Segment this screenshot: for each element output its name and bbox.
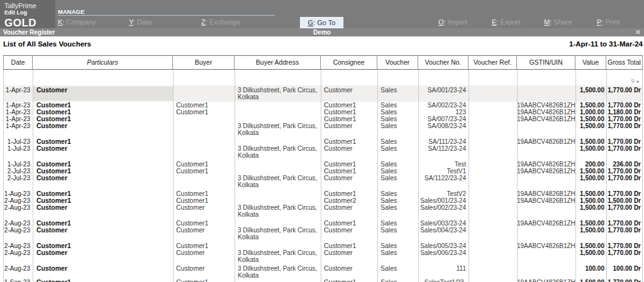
cell-date: 2-Aug-23 [3,220,33,227]
cell-buyer-address: 3 Dilkushstreet, Park Circus, Kolkata [235,175,321,188]
cell-date: 1-Sep-23 [3,279,33,282]
col-header-buyer-address: Buyer Address [235,56,321,69]
cell-date: 1-Apr-23 [3,109,33,116]
cell-buyer [173,87,235,100]
cell-buyer-address [235,109,321,116]
cell-consignee: Customer1 [321,102,377,109]
table-row[interactable]: 1-Aug-23 Customer1 Customer1 Customer1 S… [3,190,643,197]
cell-buyer-address [235,197,321,204]
menu-item-exchange[interactable]: Z: Exchange [201,18,240,26]
table-row[interactable]: 1-Jul-23 Customer1 Customer1 Sales SA/11… [3,138,643,145]
edit-log-label: Edit Log [4,9,55,16]
more-columns-indicator: 9 ► [631,77,640,84]
table-row[interactable]: 1-Apr-23 Customer 3 Dilkushstreet, Park … [3,122,643,136]
col-header-date: Date [3,56,33,69]
table-row[interactable]: 1-Jul-23 Customer 3 Dilkushstreet, Park … [3,145,643,159]
table-row[interactable]: 1-Sep-23 Customer1 Customer1 Customer1 S… [3,279,643,282]
menu-item-export[interactable]: E: Export [492,18,520,26]
cell-gross-total: 1,770.00 Dr [606,168,643,175]
goto-button[interactable]: G: Go To [300,17,343,28]
cell-particulars: Customer1 [33,116,173,122]
cell-value: 200.00 [575,161,606,168]
table-row[interactable]: 1-Apr-23 Customer1 Customer1 Customer1 S… [3,109,643,116]
cell-voucher-ref-no [469,138,517,145]
cell-consignee: Customer [321,265,377,279]
cell-consignee: Customer [321,122,377,136]
cell-date: 1-Apr-23 [3,116,33,122]
cell-gstin-uin: 19AABCV4826B1ZH [517,197,575,204]
cell-particulars: Customer1 [33,168,173,175]
cell-consignee: Customer [321,204,377,218]
cell-gross-total: 1,770.00 Dr [606,279,643,282]
cell-gstin-uin: 19AABCV4826B1ZH [517,190,575,197]
table-row[interactable]: 2-Jul-23 Customer 3 Dilkushstreet, Park … [3,175,643,188]
cell-date: 2-Jul-23 [3,175,33,188]
table-row[interactable]: 2-Aug-23 Customer Customer 3 Dilkushstre… [3,265,643,279]
table-row[interactable]: 1-Jul-23 Customer1 Customer1 Customer1 S… [3,161,643,168]
cell-consignee: Customer1 [321,220,377,227]
cell-gross-total: 1,500.00 Dr [606,197,643,204]
cell-voucher-ref-no [469,145,517,159]
table-row[interactable]: 1-Apr-23 Customer 3 Dilkushstreet, Park … [3,85,643,102]
cell-date: 2-Jul-23 [3,168,33,175]
cell-value: 1,500.00 [575,145,606,159]
menu-item-print[interactable]: P: Print [597,18,619,26]
table-row[interactable]: 2-Aug-23 Customer1 Customer1 Customer1 S… [3,220,643,227]
cell-value: 1,500.00 [575,279,606,282]
cell-voucher-ref-no [469,122,517,136]
report-period: 1-Apr-11 to 31-Mar-24 [569,40,643,48]
cell-gross-total: 1,770.00 Dr [606,204,643,218]
table-row[interactable]: 2-Aug-23 Customer Customer 3 Dilkushstre… [3,204,643,218]
cell-voucher-ref-no [469,265,517,279]
cell-voucher-type: Sales [377,161,418,168]
cell-particulars: Customer1 [33,161,173,168]
cell-gstin-uin [517,175,575,188]
cell-voucher-type: Sales [377,116,418,122]
cell-date: 2-Aug-23 [3,204,33,218]
table-row[interactable]: 2-Aug-23 Customer Customer 3 Dilkushstre… [3,227,643,241]
cell-buyer: Customer1 [173,279,235,282]
col-header-voucher-ref-no: Voucher Ref. No. [469,56,517,69]
table-row[interactable]: 2-Aug-23 Customer Customer 3 Dilkushstre… [3,249,643,263]
table-row[interactable]: 2-Jul-23 Customer1 Customer1 Customer1 S… [3,168,643,175]
cell-gross-total: 1,770.00 Dr [606,175,643,188]
voucher-rows: 1-Apr-23 Customer 3 Dilkushstreet, Park … [3,85,643,282]
cell-buyer: Customer [173,227,235,241]
table-row[interactable]: 1-Apr-23 Customer1 Customer1 Sales SA/00… [3,116,643,122]
cell-buyer-address [235,138,321,145]
menu-item-import[interactable]: O: Import [438,18,467,26]
cell-voucher-no: Sales/005/23-24 [418,242,469,249]
cell-gstin-uin: 19AABCV4826B1ZH [517,279,575,282]
cell-voucher-ref-no [469,168,517,175]
cell-voucher-type: Sales [377,204,418,218]
cell-buyer-address: 3 Dilkushstreet, Park Circus, Kolkata [235,249,321,263]
menu-item-share[interactable]: M: Share [544,18,572,26]
cell-gstin-uin: 19AABCV4826B1ZH [517,161,575,168]
cell-buyer-address [235,102,321,109]
manage-heading: MANAGE [58,8,84,15]
cell-gstin-uin [517,204,575,218]
cell-voucher-type: Sales [377,265,418,279]
cell-buyer-address [235,168,321,175]
table-row[interactable]: 2-Aug-23 Customer1 Customer1 Customer1 S… [3,242,643,249]
cell-date: 2-Aug-23 [3,242,33,249]
table-row[interactable]: 2-Aug-23 Customer1 Customer1 Customer2 S… [3,197,643,204]
col-header-voucher-no: Voucher No. [418,56,469,69]
table-header-row: Date Particulars Buyer Buyer Address Con… [3,55,643,70]
menu-item-company[interactable]: K: Company [58,18,96,26]
menu-item-data[interactable]: Y: Data [129,18,152,26]
cell-consignee: Customer2 [321,197,377,204]
cell-buyer: Customer1 [173,109,235,116]
cell-value: 1,500.00 [575,204,606,218]
cell-particulars: Customer1 [33,138,173,145]
blank-row: 9 ► [3,70,643,85]
cell-particulars: Customer1 [33,109,173,116]
cell-particulars: Customer1 [33,197,173,204]
table-body: 9 ► 1-Apr-23 Customer 3 Dilkushstreet, P… [3,70,643,282]
cell-consignee: Customer1 [321,138,377,145]
table-row[interactable]: 1-Apr-23 Customer1 Customer1 Customer1 S… [3,102,643,109]
cell-date: 1-Apr-23 [3,87,33,100]
cell-voucher-no: Sales/006/23-24 [418,249,469,263]
company-name: Demo [0,29,644,36]
close-icon[interactable]: ✕ [635,28,641,36]
